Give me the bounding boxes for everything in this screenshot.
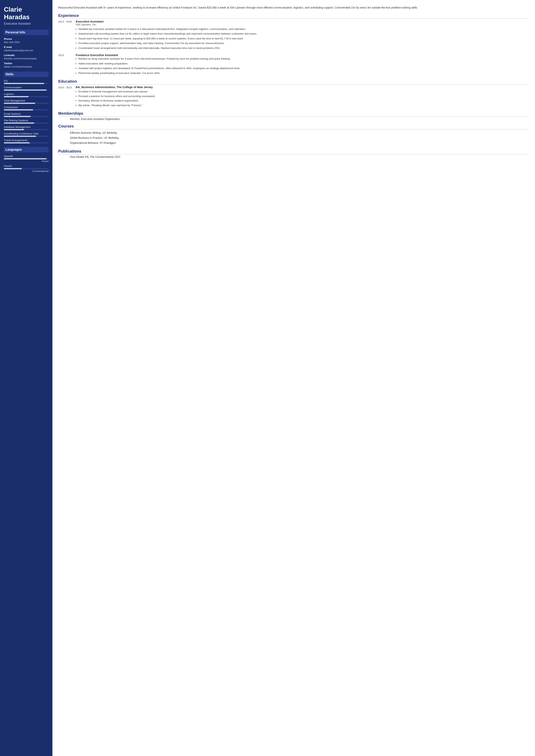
skill-name: Time Management xyxy=(4,99,48,102)
experience-bullet: Handled top executive assistant duties f… xyxy=(78,27,528,31)
sidebar: Clarie Haradas Executive Assistant Perso… xyxy=(0,0,52,756)
experience-title: Experience xyxy=(58,14,528,19)
education-bullet: Pursued a passion for business ethics an… xyxy=(78,94,528,98)
edu-content: BA, Business Administration, The College… xyxy=(76,86,528,108)
language-bar-fill xyxy=(4,158,46,159)
experience-bullet: Worked as temp executive assistant for 4… xyxy=(78,57,528,61)
skill-bar-bg xyxy=(4,96,48,97)
experience-bullet: Implemented call-recording system that c… xyxy=(78,32,528,36)
experience-bullet: Provided executive project support, admi… xyxy=(78,41,528,45)
education-item: 2010 - 2013 BA, Business Administration,… xyxy=(58,86,528,108)
linkedin-label: LinkedIn xyxy=(4,54,48,57)
education-title: Education xyxy=(58,79,528,84)
edu-degree: BA, Business Administration, The College… xyxy=(76,86,528,89)
skill-bar-fill xyxy=(4,142,30,143)
skill-bar-fill xyxy=(4,123,34,124)
language-item: French Conversational xyxy=(4,165,48,173)
exp-date: 2013 - 2018 xyxy=(58,20,76,51)
skill-bar-fill xyxy=(4,109,33,110)
language-bar-fill xyxy=(4,168,22,169)
skill-name: Coordinating Conference Calls xyxy=(4,132,48,135)
email-label: E-mail xyxy=(4,45,48,48)
skill-bar-bg xyxy=(4,129,48,130)
education-list: 2010 - 2013 BA, Business Administration,… xyxy=(58,86,528,108)
memberships-title: Memberships xyxy=(58,111,528,117)
edu-bullets: Excelled in financial management and bus… xyxy=(76,90,528,107)
skill-name: Compassion xyxy=(4,106,48,109)
skill-item: Communication xyxy=(4,86,48,91)
language-level: Conversational xyxy=(4,170,48,173)
exp-company: ISN Lipmann, Inc. xyxy=(76,23,528,26)
skill-bar-fill xyxy=(4,96,29,97)
skill-bar-fill xyxy=(4,136,36,137)
skill-name: Communication xyxy=(4,86,48,89)
exp-job-title: Executive Assistant xyxy=(76,20,528,23)
skills-section: Skills xyxy=(4,71,48,77)
skill-name: Travel Arrangements xyxy=(4,139,48,142)
skill-bar-fill xyxy=(4,103,35,104)
skill-item: Logistics xyxy=(4,93,48,97)
languages-list: Spanish Fluent French Conversational xyxy=(4,155,48,173)
exp-date: 2013 xyxy=(58,53,76,76)
summary-text: Resourceful Executive Assistant with 5+ … xyxy=(58,5,528,10)
experience-bullet: Saved each top-level exec 11 hours per w… xyxy=(78,37,528,41)
skill-bar-fill xyxy=(4,116,31,117)
skill-item: File-Sharing Systems xyxy=(4,119,48,124)
main-content: Resourceful Executive Assistant with 5+ … xyxy=(52,0,535,756)
experience-item: 2013 - 2018 Executive Assistant ISN Lipm… xyxy=(58,20,528,51)
experience-bullet: Performed weekly proofreading of executi… xyxy=(78,71,528,75)
skill-name: Database Management xyxy=(4,126,48,128)
publication-item: How Details Kill, The Counterintuitive C… xyxy=(70,155,528,158)
course-item: Global Business in Practice, UC Berkeley xyxy=(70,135,528,141)
skill-name: File-Sharing Systems xyxy=(4,119,48,122)
language-name: Spanish xyxy=(4,155,48,157)
skills-list: EQ Communication Logistics Time Manageme… xyxy=(4,79,48,143)
memberships-list: Member, Executive Assistant Organization xyxy=(58,118,528,121)
education-bullet: Excelled in financial management and bus… xyxy=(78,90,528,94)
skill-item: Email Systems xyxy=(4,112,48,117)
email-value: clarieharadas@gmail.com xyxy=(4,49,48,52)
skill-bar-bg xyxy=(4,109,48,110)
skill-item: Database Management xyxy=(4,126,48,130)
experience-bullet: Aided executives with meeting preparatio… xyxy=(78,62,528,66)
skill-item: Time Management xyxy=(4,99,48,104)
language-bar-bg xyxy=(4,158,48,159)
candidate-name: Clarie Haradas xyxy=(4,6,48,21)
exp-bullets: Worked as temp executive assistant for 4… xyxy=(76,57,528,75)
phone-label: Phone xyxy=(4,38,48,41)
skill-name: Logistics xyxy=(4,93,48,96)
exp-job-title: Freelance Executive Assistant xyxy=(76,53,528,57)
language-item: Spanish Fluent xyxy=(4,155,48,163)
skill-item: Coordinating Conference Calls xyxy=(4,132,48,137)
language-level: Fluent xyxy=(4,160,48,163)
skill-bar-fill xyxy=(4,90,46,91)
membership-item: Member, Executive Assistant Organization xyxy=(70,118,528,121)
experience-bullet: Coordinated travel arrangements both dom… xyxy=(78,46,528,50)
twitter-value: twitter.com/clarieharadas xyxy=(4,65,48,68)
skill-item: Travel Arrangements xyxy=(4,139,48,143)
course-item: Organizational Behavior, IIT Kharagpur xyxy=(70,141,528,146)
edu-date: 2010 - 2013 xyxy=(58,86,76,108)
phone-value: 862-208-2592 xyxy=(4,41,48,44)
publications-title: Publications xyxy=(58,149,528,154)
skill-item: Compassion xyxy=(4,106,48,110)
candidate-title: Executive Assistant xyxy=(4,22,48,25)
twitter-label: Twitter xyxy=(4,62,48,65)
skill-bar-bg xyxy=(4,123,48,124)
skill-name: Email Systems xyxy=(4,112,48,115)
language-name: French xyxy=(4,165,48,167)
experience-bullet: Assisted with project logistics and deve… xyxy=(78,66,528,70)
education-bullet: My article, "Reading Minds" was reprinte… xyxy=(78,103,528,107)
exp-content: Executive Assistant ISN Lipmann, Inc. Ha… xyxy=(76,20,528,51)
exp-content: Freelance Executive Assistant Worked as … xyxy=(76,53,528,76)
skill-bar-bg xyxy=(4,83,48,84)
skill-bar-fill xyxy=(4,129,24,130)
skill-bar-bg xyxy=(4,142,48,143)
course-item: Effective Business Writing, UC Berkeley xyxy=(70,130,528,135)
skill-bar-bg xyxy=(4,103,48,104)
experience-item: 2013 Freelance Executive Assistant Worke… xyxy=(58,53,528,76)
personal-info-section: Personal Info xyxy=(4,30,48,35)
publications-list: How Details Kill, The Counterintuitive C… xyxy=(58,155,528,158)
experience-list: 2013 - 2018 Executive Assistant ISN Lipm… xyxy=(58,20,528,76)
exp-bullets: Handled top executive assistant duties f… xyxy=(76,27,528,50)
